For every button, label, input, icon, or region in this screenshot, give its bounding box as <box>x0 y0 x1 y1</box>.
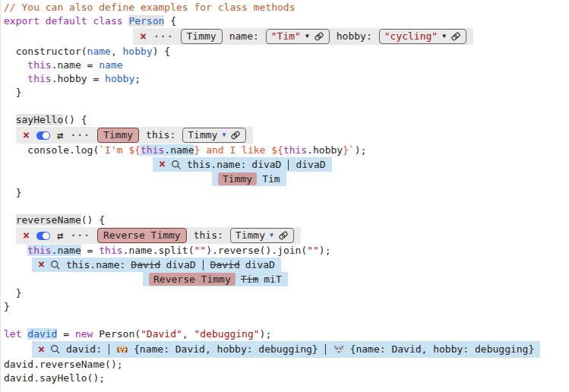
caret-down-icon: ▼ <box>305 33 309 40</box>
probe-sayhello-main: × this.name: divaD divaD <box>153 157 332 172</box>
code-token: () { <box>63 114 87 125</box>
more-options-icon[interactable]: ··· <box>70 127 90 144</box>
code-token: new <box>75 328 93 340</box>
code-token: console.log( <box>4 144 99 156</box>
close-icon[interactable]: × <box>38 259 45 270</box>
code-line: } <box>4 286 569 300</box>
more-options-icon[interactable]: ··· <box>153 28 173 45</box>
code-token: .name <box>52 245 81 256</box>
link-icon[interactable] <box>314 31 324 42</box>
code-token: .name.split( <box>123 245 194 256</box>
close-icon[interactable]: × <box>38 344 45 356</box>
magnifier-icon[interactable] <box>50 344 61 355</box>
code-token: hobby <box>105 73 134 84</box>
link-icon[interactable] <box>278 230 289 241</box>
close-icon[interactable]: × <box>140 31 147 43</box>
sayhello-example-widget-row: × ⇄ ··· Timmy this: Timmy ▼ <box>4 127 569 144</box>
code-token: ); <box>319 245 331 256</box>
link-icon[interactable] <box>450 31 461 42</box>
code-token: () { <box>81 214 105 226</box>
probe-label: david: <box>66 341 102 358</box>
this-value-dropdown[interactable]: Timmy ▼ <box>230 228 294 243</box>
code-token: "debugging" <box>194 328 260 340</box>
code-line: let david = new Person("David", "debuggi… <box>4 327 569 341</box>
this-value-dropdown[interactable]: Timmy ▼ <box>182 128 246 143</box>
probe-label: this.name: <box>66 258 125 272</box>
code-line <box>4 100 569 113</box>
code-token: export default class <box>4 15 128 27</box>
code-line: david.reverseName(); <box>4 358 569 371</box>
code-token <box>4 59 27 71</box>
this-label: this: <box>146 127 175 144</box>
close-icon[interactable]: × <box>23 130 30 141</box>
code-token: { <box>164 15 176 27</box>
name-value-dropdown[interactable]: "Tim" ▼ <box>266 29 330 44</box>
code-line: console.log(`I'm ${this.name} and I like… <box>4 144 569 157</box>
code-token <box>4 245 27 256</box>
example-old-value: Tim <box>241 272 258 286</box>
divider <box>325 344 326 355</box>
code-block-console: console.log(`I'm ${this.name} and I like… <box>4 144 569 157</box>
probe-david: × david: {name: David, hobby: debugging}… <box>32 341 540 358</box>
example-name-button[interactable]: Timmy <box>97 128 139 143</box>
example-badge: Timmy <box>218 172 257 185</box>
probe-value-a: {name: David, hobby: debugging} <box>134 341 318 358</box>
code-token: , <box>111 46 123 57</box>
code-token: ); <box>355 144 367 156</box>
code-token: this <box>283 144 307 156</box>
example-name-button[interactable]: Timmy <box>181 29 223 44</box>
probe-row: Reverse Timmy Tim miT <box>4 272 569 286</box>
code-token: = <box>57 328 74 340</box>
hobby-value-dropdown[interactable]: "cycling" ▼ <box>379 29 466 44</box>
more-options-icon[interactable]: ··· <box>70 227 90 244</box>
code-token <box>4 214 16 226</box>
example-name-button[interactable]: Reverse Timmy <box>97 228 187 243</box>
code-token: // You can also define examples for clas… <box>4 2 296 13</box>
code-token: name <box>87 46 111 57</box>
close-icon[interactable]: × <box>159 159 166 170</box>
magnifier-icon[interactable] <box>171 160 182 170</box>
code-token: ${ <box>271 144 283 156</box>
close-icon[interactable]: × <box>23 230 30 242</box>
code-token: }` <box>343 144 355 156</box>
code-block-header: // You can also define examples for clas… <box>4 1 569 28</box>
class-example-widget-row: × ··· Timmy name: "Tim" ▼ hobby: "cyclin… <box>4 28 569 45</box>
code-token: Person( <box>93 328 141 340</box>
code-token: sayHello <box>16 114 64 125</box>
code-line: david.sayHello(); <box>4 371 569 385</box>
magnifier-icon[interactable] <box>50 260 61 270</box>
link-icon[interactable] <box>230 130 241 141</box>
divider <box>109 344 109 355</box>
reversename-example-widget-row: × ⇄ ··· Reverse Timmy this: Timmy ▼ <box>4 227 569 244</box>
code-token: constructor( <box>4 46 87 57</box>
code-token: name <box>99 59 122 71</box>
code-token: "David" <box>141 328 182 340</box>
dropdown-value: "cycling" <box>384 28 438 45</box>
code-token: } <box>4 301 10 312</box>
this-label: this: <box>194 227 223 244</box>
code-line: this.hobby = hobby; <box>4 72 569 86</box>
divider <box>288 160 289 170</box>
toggle-on-icon[interactable] <box>36 232 50 240</box>
code-token: ; <box>134 73 141 84</box>
code-token <box>4 73 27 84</box>
code-token: this <box>27 73 51 84</box>
divider <box>203 260 204 270</box>
code-line: } <box>4 86 569 100</box>
dropdown-value: Timmy <box>236 227 265 244</box>
swap-arrows-icon[interactable]: ⇄ <box>57 127 63 144</box>
swap-arrows-icon[interactable]: ⇄ <box>57 227 63 244</box>
probe-row: × this.name: David divaD David divaD <box>4 258 569 272</box>
code-token: "" <box>194 245 206 256</box>
probe-reversename-example: Reverse Timmy Tim miT <box>143 272 288 286</box>
code-token: david <box>27 328 57 340</box>
code-token: ${ <box>128 144 141 156</box>
toggle-on-icon[interactable] <box>36 131 50 140</box>
code-token: .hobby = <box>52 73 105 84</box>
code-token: .hobby <box>307 144 343 156</box>
code-token: this <box>27 245 51 256</box>
code-token: and I like <box>200 144 271 156</box>
probe-row: Timmy Tim <box>4 172 569 186</box>
probe-row: × this.name: divaD divaD <box>4 157 569 172</box>
code-line: sayHello() { <box>4 113 569 127</box>
